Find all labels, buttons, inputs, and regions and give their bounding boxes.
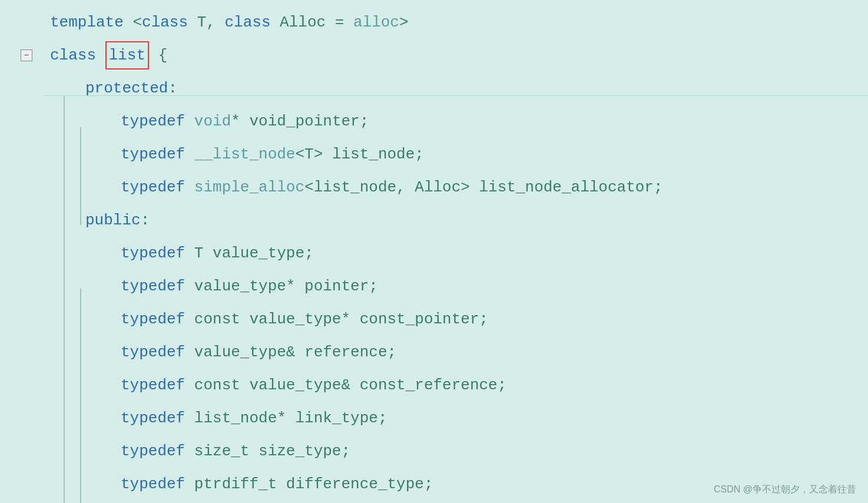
kw-typedef-9: typedef: [121, 277, 194, 295]
code-line-7: public:: [0, 204, 868, 237]
text-10: const value_type* const_pointer;: [194, 310, 488, 328]
code-line-4-text: typedef void* void_pointer;: [115, 106, 369, 137]
kw-typedef-8: typedef: [121, 244, 194, 262]
text-4: * void_pointer;: [231, 112, 369, 130]
collapse-button[interactable]: −: [21, 49, 32, 61]
kw-class-list: class: [50, 47, 105, 64]
kw-typedef-4: typedef: [121, 112, 194, 130]
code-line-5: typedef __list_node<T> list_node;: [0, 138, 868, 171]
code-line-10-text: typedef const value_type* const_pointer;: [115, 304, 488, 335]
line-content-7: public:: [44, 205, 868, 236]
code-line-3: protected:: [0, 72, 868, 105]
code-line-12-text: typedef const value_type& const_referenc…: [115, 370, 506, 401]
code-line-14: typedef size_t size_type;: [0, 435, 868, 468]
kw-typedef-6: typedef: [121, 178, 194, 196]
line-content-8: typedef T value_type;: [44, 238, 868, 269]
code-line-9-text: typedef value_type* pointer;: [115, 271, 378, 302]
text-6: <list_node, Alloc> list_node_allocator;: [304, 178, 663, 196]
code-line-6: typedef simple_alloc<list_node, Alloc> l…: [0, 171, 868, 204]
brace-open: {: [149, 47, 167, 64]
colon-3: :: [168, 80, 177, 97]
type-void: void: [194, 112, 231, 130]
line-content-6: typedef simple_alloc<list_node, Alloc> l…: [44, 172, 868, 203]
kw-template: template: [50, 14, 132, 31]
text-9: value_type* pointer;: [194, 277, 378, 295]
code-line-6-text: typedef simple_alloc<list_node, Alloc> l…: [115, 172, 663, 203]
code-line-1-text: template <class T, class Alloc = alloc>: [44, 7, 409, 38]
line-content-9: typedef value_type* pointer;: [44, 271, 868, 302]
class-name-list: list: [105, 41, 149, 70]
code-line-8-text: typedef T value_type;: [115, 238, 314, 269]
code-line-13-text: typedef list_node* link_type;: [115, 403, 387, 433]
angle-open: <: [132, 14, 142, 31]
code-line-2-text: class list {: [44, 40, 167, 71]
kw-typedef-15: typedef: [121, 475, 194, 493]
line-content-10: typedef const value_type* const_pointer;: [44, 304, 868, 335]
param-alloc: Alloc =: [271, 14, 353, 31]
code-line-13: typedef list_node* link_type;: [0, 402, 868, 435]
kw-protected: protected: [85, 80, 168, 97]
kw-typedef-11: typedef: [121, 343, 194, 361]
kw-typedef-5: typedef: [121, 145, 194, 163]
line-content-14: typedef size_t size_type;: [44, 436, 868, 466]
line-content-5: typedef __list_node<T> list_node;: [44, 139, 868, 170]
kw-typedef-13: typedef: [121, 409, 194, 427]
line-content-1: template <class T, class Alloc = alloc>: [44, 7, 868, 38]
code-line-14-text: typedef size_t size_type;: [115, 436, 350, 466]
line-content-12: typedef const value_type& const_referenc…: [44, 370, 868, 401]
text-11: value_type& reference;: [194, 343, 396, 361]
code-line-8: typedef T value_type;: [0, 237, 868, 270]
line-content-11: typedef value_type& reference;: [44, 337, 868, 368]
watermark: CSDN @争不过朝夕，又念着往昔: [714, 484, 856, 496]
kw-typedef-10: typedef: [121, 310, 194, 328]
code-line-7-text: public:: [79, 205, 150, 236]
text-13: list_node* link_type;: [194, 409, 387, 427]
code-line-11-text: typedef value_type& reference;: [115, 337, 396, 368]
kw-class-t: class: [142, 14, 188, 31]
type-listnode: __list_node: [194, 145, 296, 163]
text-15: ptrdiff_t difference_type;: [194, 475, 433, 493]
code-line-15-text: typedef ptrdiff_t difference_type;: [115, 469, 433, 499]
colon-7: :: [141, 211, 150, 229]
kw-public: public: [85, 211, 141, 229]
code-line-1: template <class T, class Alloc = alloc>: [0, 6, 868, 39]
code-line-3-text: protected:: [79, 73, 177, 104]
kw-class-alloc: class: [224, 14, 270, 31]
code-line-5-text: typedef __list_node<T> list_node;: [115, 139, 424, 170]
code-line-10: typedef const value_type* const_pointer;: [0, 303, 868, 336]
type-simplealloc: simple_alloc: [194, 178, 304, 196]
code-line-4: typedef void* void_pointer;: [0, 105, 868, 138]
angle-close: >: [399, 14, 409, 31]
line-content-4: typedef void* void_pointer;: [44, 106, 868, 137]
text-8: T value_type;: [194, 244, 314, 262]
text-12: const value_type& const_reference;: [194, 376, 507, 394]
code-container: template <class T, class Alloc = alloc> …: [0, 0, 868, 503]
kw-typedef-14: typedef: [121, 442, 194, 460]
kw-typedef-12: typedef: [121, 376, 194, 394]
type-alloc: alloc: [353, 14, 399, 31]
line-content-13: typedef list_node* link_type;: [44, 403, 868, 433]
line-content-2: class list {: [44, 40, 868, 71]
text-14: size_t size_type;: [194, 442, 350, 460]
code-line-12: typedef const value_type& const_referenc…: [0, 369, 868, 402]
code-line-9: typedef value_type* pointer;: [0, 270, 868, 303]
text-5: <T> list_node;: [295, 145, 423, 163]
code-line-2: − class list {: [0, 39, 868, 72]
code-line-11: typedef value_type& reference;: [0, 336, 868, 369]
param-t: T,: [188, 14, 224, 31]
line-content-3: protected:: [44, 73, 868, 104]
